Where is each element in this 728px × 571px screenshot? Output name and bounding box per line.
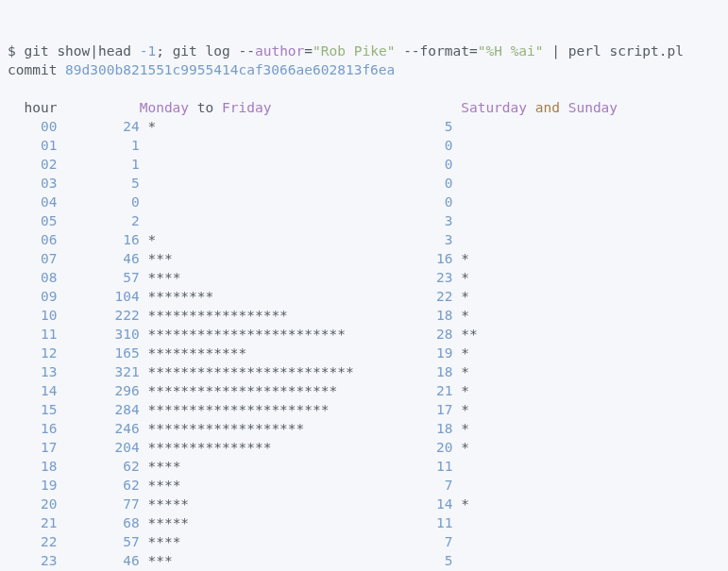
and-word: and xyxy=(527,100,568,115)
hour-cell: 10 xyxy=(41,308,57,323)
weekend-count: 7 xyxy=(370,534,452,549)
weekday-bar: **** xyxy=(147,478,370,493)
data-row: 22 57 **** 7 xyxy=(8,534,461,549)
commit-line: commit 89d300b821551c9955414caf3066ae602… xyxy=(8,62,395,77)
terminal-output: $ git show|head -1; git log --author="Ro… xyxy=(8,42,720,571)
data-row: 23 46 *** 5 xyxy=(8,553,461,568)
weekday-count: 77 xyxy=(57,496,139,512)
hour-cell: 09 xyxy=(41,289,57,304)
ddash: -- xyxy=(403,43,419,59)
weekday-count: 310 xyxy=(57,327,139,342)
weekday-bar: *********************** xyxy=(147,383,370,398)
data-row: 17 204 *************** 20 * xyxy=(8,440,469,455)
data-row: 13 321 ************************* 18 * xyxy=(8,364,469,379)
data-row: 10 222 ***************** 18 * xyxy=(8,308,469,323)
weekend-bar: * xyxy=(461,421,469,436)
weekend-count: 18 xyxy=(370,421,452,436)
weekend-count: 5 xyxy=(370,119,452,134)
weekday-count: 1 xyxy=(57,138,139,153)
weekday-bar: ********************** xyxy=(147,402,370,417)
gap xyxy=(57,100,139,115)
data-row: 18 62 **** 11 xyxy=(8,459,461,474)
space xyxy=(395,43,403,59)
weekend-count: 23 xyxy=(370,270,452,285)
weekday-bar: ***** xyxy=(147,515,370,530)
weekday-bar: ************ xyxy=(147,345,370,361)
weekend-count: 20 xyxy=(370,440,452,455)
weekend-bar: * xyxy=(461,308,469,323)
hour-cell: 07 xyxy=(41,251,57,266)
data-row: 20 77 ***** 14 * xyxy=(8,496,469,512)
weekend-count: 28 xyxy=(370,327,452,342)
weekend-bar: * xyxy=(461,289,469,304)
hour-cell: 08 xyxy=(41,270,57,285)
weekday-count: 2 xyxy=(57,213,139,228)
weekday-count: 204 xyxy=(57,440,139,455)
weekday-count: 16 xyxy=(57,232,139,247)
weekend-count: 19 xyxy=(370,345,452,361)
data-row: 08 57 **** 23 * xyxy=(8,270,469,285)
weekday-friday: Friday xyxy=(222,100,271,115)
weekend-bar: * xyxy=(461,402,469,417)
weekday-bar: ******************* xyxy=(147,421,370,436)
weekday-count: 24 xyxy=(57,119,139,134)
data-row: 02 1 0 xyxy=(8,157,461,172)
weekday-count: 57 xyxy=(57,270,139,285)
data-row: 05 2 3 xyxy=(8,213,461,228)
hour-cell: 04 xyxy=(41,194,57,210)
weekday-monday: Monday xyxy=(140,100,189,115)
weekday-bar xyxy=(147,138,370,153)
weekday-bar: * xyxy=(147,119,370,134)
weekend-bar: * xyxy=(461,440,469,455)
format-value: "%H %ai" xyxy=(478,43,544,59)
data-row: 06 16 * 3 xyxy=(8,232,461,247)
hour-cell: 03 xyxy=(41,176,57,191)
data-row: 00 24 * 5 xyxy=(8,119,461,134)
weekday-count: 46 xyxy=(57,251,139,266)
weekday-count: 104 xyxy=(57,289,139,304)
weekday-bar: ***** xyxy=(147,496,370,512)
data-row: 21 68 ***** 11 xyxy=(8,515,461,530)
weekend-bar: * xyxy=(461,270,469,285)
cmd-perl: perl script.pl xyxy=(568,43,684,59)
weekday-bar: *** xyxy=(147,553,370,568)
data-row: 01 1 0 xyxy=(8,138,461,153)
weekend-count: 5 xyxy=(370,553,452,568)
weekday-bar: * xyxy=(147,232,370,247)
weekend-bar: ** xyxy=(461,327,477,342)
data-row: 11 310 ************************ 28 ** xyxy=(8,327,478,342)
cmd-git-log: git log xyxy=(173,43,239,59)
hour-cell: 12 xyxy=(41,345,57,361)
weekend-count: 0 xyxy=(370,176,452,191)
hour-cell: 15 xyxy=(41,402,57,417)
weekday-count: 57 xyxy=(57,534,139,549)
format-flag: format xyxy=(420,43,469,59)
weekend-count: 0 xyxy=(370,138,452,153)
weekday-count: 1 xyxy=(57,157,139,172)
neg-one: -1 xyxy=(140,43,156,59)
weekday-bar: *************** xyxy=(147,440,370,455)
weekend-count: 11 xyxy=(370,459,452,474)
weekend-count: 18 xyxy=(370,364,452,379)
author-flag: author xyxy=(255,43,304,59)
weekend-count: 22 xyxy=(370,289,452,304)
pipe: | xyxy=(90,43,98,59)
weekday-count: 5 xyxy=(57,176,139,191)
hour-cell: 01 xyxy=(41,138,57,153)
hour-cell: 17 xyxy=(41,440,57,455)
gap xyxy=(271,100,461,115)
hour-cell: 22 xyxy=(41,534,57,549)
data-rows: 00 24 * 5 01 1 0 02 1 0 03 5 xyxy=(8,119,478,568)
data-row: 03 5 0 xyxy=(8,176,461,191)
weekday-count: 222 xyxy=(57,308,139,323)
equals: = xyxy=(304,43,313,59)
weekend-bar: * xyxy=(461,496,469,512)
data-row: 12 165 ************ 19 * xyxy=(8,345,469,361)
weekend-count: 11 xyxy=(370,515,452,530)
weekday-count: 62 xyxy=(57,478,139,493)
to-word: to xyxy=(189,100,222,115)
weekday-count: 296 xyxy=(57,383,139,398)
command-line: $ git show|head -1; git log --author="Ro… xyxy=(8,43,684,59)
hour-cell: 20 xyxy=(41,496,57,512)
weekday-count: 46 xyxy=(57,553,139,568)
